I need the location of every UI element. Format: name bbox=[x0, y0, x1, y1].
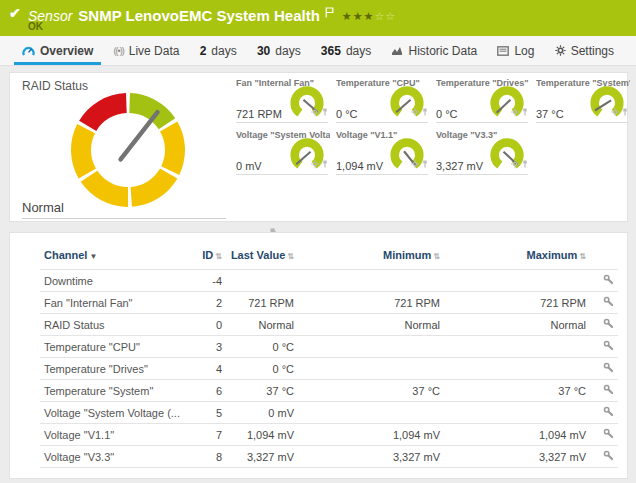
column-header-minimum[interactable]: Minimum⇅ bbox=[298, 247, 444, 270]
pin-icon[interactable] bbox=[322, 154, 328, 172]
channel-settings-wrench-icon[interactable] bbox=[590, 424, 618, 446]
gear-icon[interactable] bbox=[411, 102, 419, 120]
cell-last-value: 0 °C bbox=[226, 358, 298, 380]
gauge-icon bbox=[22, 45, 35, 57]
gauge-tile-voltage-v3-3: Voltage "V3.3" 3,327 mV bbox=[434, 127, 528, 175]
cell-maximum bbox=[444, 336, 590, 358]
gear-icon[interactable] bbox=[511, 154, 519, 172]
cell-channel: Temperature "System" bbox=[40, 380, 188, 402]
channel-settings-wrench-icon[interactable] bbox=[590, 402, 618, 424]
priority-stars[interactable]: ★★★☆☆ bbox=[342, 10, 396, 22]
gear-icon[interactable] bbox=[311, 102, 319, 120]
channel-settings-wrench-icon[interactable] bbox=[590, 314, 618, 336]
cell-last-value: Normal bbox=[226, 314, 298, 336]
live-data-icon: ((•)) bbox=[114, 46, 124, 56]
column-header-id[interactable]: ID⇅ bbox=[188, 247, 226, 270]
tab-settings[interactable]: Settings bbox=[547, 36, 622, 65]
tab-historic-data[interactable]: Historic Data bbox=[383, 36, 485, 65]
cell-minimum: 3,327 mV bbox=[298, 446, 444, 468]
gauge-value: 0 °C bbox=[336, 108, 358, 120]
tab-30-days-num: 30 bbox=[257, 44, 270, 58]
tab-2-days-num: 2 bbox=[200, 44, 207, 58]
tab-30-days-label: days bbox=[275, 44, 300, 58]
sort-icon: ⇅ bbox=[215, 252, 222, 261]
pin-icon[interactable] bbox=[422, 154, 428, 172]
cell-last-value: 1,094 mV bbox=[226, 424, 298, 446]
table-row: Temperature "System"637 °C37 °C37 °C bbox=[40, 380, 618, 402]
tab-365-days-num: 365 bbox=[321, 44, 341, 58]
gauge-value: 1,094 mV bbox=[336, 160, 383, 172]
tab-2-days[interactable]: 2 days bbox=[192, 36, 245, 65]
gear-icon[interactable] bbox=[411, 154, 419, 172]
sort-icon: ⇅ bbox=[579, 252, 586, 261]
cell-minimum bbox=[298, 358, 444, 380]
pin-icon[interactable] bbox=[422, 102, 428, 120]
sort-icon: ⇅ bbox=[433, 252, 440, 261]
sort-desc-icon: ▼ bbox=[89, 252, 97, 261]
column-header-channel[interactable]: Channel▼ bbox=[40, 247, 188, 270]
cell-maximum: 1,094 mV bbox=[444, 424, 590, 446]
flag-icon[interactable] bbox=[325, 4, 334, 22]
channel-settings-wrench-icon[interactable] bbox=[590, 336, 618, 358]
cell-minimum: 721 RPM bbox=[298, 292, 444, 314]
cell-maximum: 3,327 mV bbox=[444, 446, 590, 468]
channel-settings-wrench-icon[interactable] bbox=[590, 270, 618, 292]
gauge-tile-fan-internal-fan: Fan "Internal Fan" 721 RPM bbox=[234, 75, 328, 123]
tab-30-days[interactable]: 30 days bbox=[249, 36, 309, 65]
cell-last-value: 3,327 mV bbox=[226, 446, 298, 468]
log-icon bbox=[497, 46, 509, 56]
pin-icon[interactable] bbox=[322, 102, 328, 120]
tab-log-label: Log bbox=[514, 44, 534, 58]
pin-icon[interactable] bbox=[522, 102, 528, 120]
pin-icon[interactable] bbox=[622, 102, 628, 120]
tab-log[interactable]: Log bbox=[489, 36, 542, 65]
cell-last-value bbox=[226, 270, 298, 292]
cell-id: 5 bbox=[188, 402, 226, 424]
cell-maximum bbox=[444, 402, 590, 424]
tab-2-days-label: days bbox=[211, 44, 236, 58]
table-row: Voltage "V1.1"71,094 mV1,094 mV1,094 mV bbox=[40, 424, 618, 446]
tab-overview[interactable]: Overview bbox=[14, 36, 101, 65]
raid-gauge-segment bbox=[129, 93, 175, 129]
cell-id: 4 bbox=[188, 358, 226, 380]
tab-365-days[interactable]: 365 days bbox=[313, 36, 379, 65]
gear-icon[interactable] bbox=[511, 102, 519, 120]
gauge-tile-voltage-system-voltage: Voltage "System Voltage (12... 0 mV bbox=[234, 127, 328, 175]
cell-maximum bbox=[444, 270, 590, 292]
column-header-last-value[interactable]: Last Value⇅ bbox=[226, 247, 298, 270]
raid-gauge-needle bbox=[121, 112, 158, 159]
cell-id: 3 bbox=[188, 336, 226, 358]
cell-minimum: 37 °C bbox=[298, 380, 444, 402]
tab-historic-data-label: Historic Data bbox=[408, 44, 477, 58]
channel-settings-wrench-icon[interactable] bbox=[590, 446, 618, 468]
tab-live-data[interactable]: ((•)) Live Data bbox=[106, 36, 188, 65]
cell-minimum bbox=[298, 402, 444, 424]
channels-table: Channel▼ ID⇅ Last Value⇅ Minimum⇅ Maximu… bbox=[40, 247, 618, 468]
tab-live-data-label: Live Data bbox=[129, 44, 180, 58]
cell-channel: Fan "Internal Fan" bbox=[40, 292, 188, 314]
pin-icon[interactable] bbox=[522, 154, 528, 172]
channel-settings-wrench-icon[interactable] bbox=[590, 358, 618, 380]
gauge-tile-voltage-v1-1: Voltage "V1.1" 1,094 mV bbox=[334, 127, 428, 175]
cell-channel: Voltage "System Voltage (... bbox=[40, 402, 188, 424]
table-body: Downtime-4Fan "Internal Fan"2721 RPM721 … bbox=[40, 270, 618, 468]
column-header-maximum[interactable]: Maximum⇅ bbox=[444, 247, 590, 270]
cell-channel: Voltage "V3.3" bbox=[40, 446, 188, 468]
cell-minimum: 1,094 mV bbox=[298, 424, 444, 446]
cell-id: 2 bbox=[188, 292, 226, 314]
cell-minimum bbox=[298, 270, 444, 292]
cell-id: -4 bbox=[188, 270, 226, 292]
settings-gear-icon bbox=[555, 45, 566, 56]
cell-last-value: 37 °C bbox=[226, 380, 298, 402]
gear-icon[interactable] bbox=[311, 154, 319, 172]
cell-maximum: 721 RPM bbox=[444, 292, 590, 314]
sensor-title: SNMP LenovoEMC System Health bbox=[78, 7, 319, 24]
channel-settings-wrench-icon[interactable] bbox=[590, 292, 618, 314]
channel-settings-wrench-icon[interactable] bbox=[590, 380, 618, 402]
cell-last-value: 0 °C bbox=[226, 336, 298, 358]
raid-gauge-value: Normal bbox=[22, 200, 64, 215]
cell-maximum bbox=[444, 358, 590, 380]
raid-gauge-value-row: Normal bbox=[22, 198, 226, 219]
cell-maximum: 37 °C bbox=[444, 380, 590, 402]
gear-icon[interactable] bbox=[611, 102, 619, 120]
